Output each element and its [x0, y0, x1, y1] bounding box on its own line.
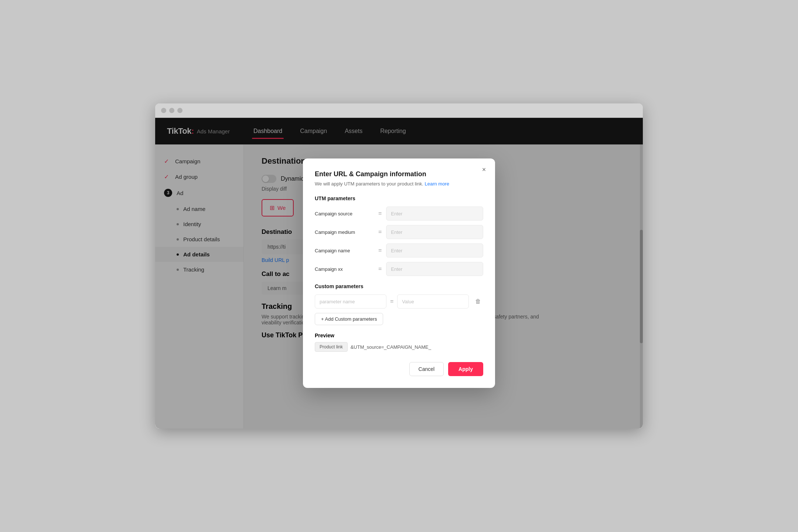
custom-params-section: Custom parameters = 🗑 + Add Custom param…	[315, 283, 483, 325]
custom-section-label: Custom parameters	[315, 283, 483, 289]
browser-chrome	[155, 103, 643, 118]
utm-source-label: Campaign source	[315, 211, 374, 216]
utm-section: UTM parameters Campaign source = Campaig…	[315, 195, 483, 276]
custom-param-name-input[interactable]	[315, 294, 386, 308]
utm-name-label: Campaign name	[315, 248, 374, 253]
add-custom-params-button[interactable]: + Add Custom parameters	[315, 313, 383, 325]
browser-dot-yellow	[169, 108, 174, 113]
app-container: TikTok: Ads Manager Dashboard Campaign A…	[155, 118, 643, 429]
utm-name-input[interactable]	[386, 243, 483, 258]
custom-param-row: = 🗑	[315, 294, 483, 308]
utm-xx-label: Campaign xx	[315, 266, 374, 272]
learn-more-link[interactable]: Learn more	[424, 181, 449, 187]
product-link-tag: Product link	[315, 342, 348, 352]
utm-xx-input[interactable]	[386, 262, 483, 276]
equals-source: =	[378, 210, 382, 217]
utm-medium-label: Campaign medium	[315, 229, 374, 235]
equals-xx: =	[378, 266, 382, 272]
browser-dot-green	[177, 108, 183, 113]
modal-footer: Cancel Apply	[315, 362, 483, 376]
preview-url-text: &UTM_source=_CAMPAIGN_NAME_	[351, 344, 431, 350]
preview-bar: Product link &UTM_source=_CAMPAIGN_NAME_	[315, 342, 483, 352]
cancel-button[interactable]: Cancel	[409, 362, 444, 376]
custom-param-value-input[interactable]	[397, 294, 469, 308]
equals-custom: =	[390, 298, 393, 305]
equals-medium: =	[378, 229, 382, 235]
utm-section-label: UTM parameters	[315, 195, 483, 201]
preview-section: Preview Product link &UTM_source=_CAMPAI…	[315, 332, 483, 352]
modal-subtitle: We will apply UTM parameters to your pro…	[315, 181, 483, 187]
browser-window: TikTok: Ads Manager Dashboard Campaign A…	[155, 103, 643, 429]
utm-param-row-source: Campaign source =	[315, 207, 483, 221]
utm-param-row-medium: Campaign medium =	[315, 225, 483, 239]
utm-source-input[interactable]	[386, 207, 483, 221]
preview-label: Preview	[315, 332, 483, 338]
modal-close-button[interactable]: ×	[479, 164, 489, 175]
utm-param-row-xx: Campaign xx =	[315, 262, 483, 276]
apply-button[interactable]: Apply	[448, 362, 483, 376]
equals-name: =	[378, 247, 382, 254]
utm-param-row-name: Campaign name =	[315, 243, 483, 258]
modal-overlay[interactable]: × Enter URL & Campaign information We wi…	[155, 118, 643, 429]
delete-custom-param-button[interactable]: 🗑	[473, 296, 483, 307]
modal-title: Enter URL & Campaign information	[315, 170, 483, 178]
browser-dot-red	[161, 108, 166, 113]
modal-dialog: × Enter URL & Campaign information We wi…	[303, 158, 495, 388]
utm-medium-input[interactable]	[386, 225, 483, 239]
